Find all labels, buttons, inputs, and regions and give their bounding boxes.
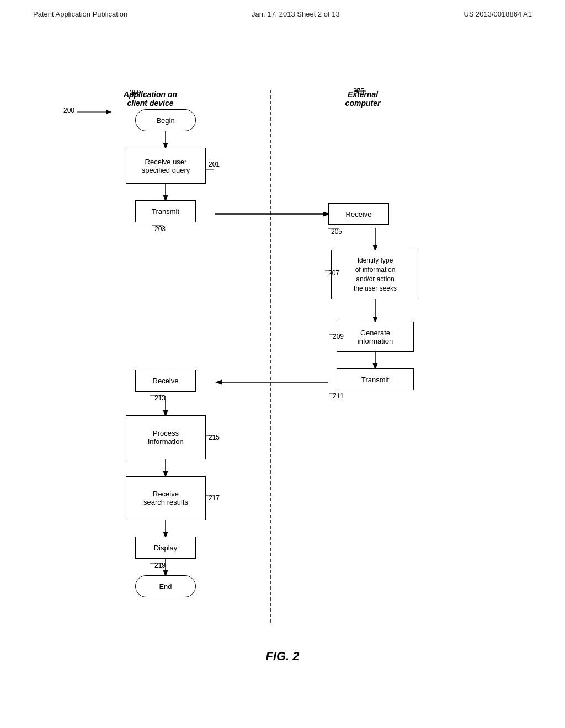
label-250-arrow — [127, 87, 149, 98]
receive-213-label: Receive — [153, 377, 179, 385]
label-209-line — [329, 331, 338, 338]
label-207-line — [325, 267, 333, 274]
label-219-line — [150, 560, 166, 566]
label-211-line — [329, 390, 338, 397]
page-header: Patent Application Publication Jan. 17, … — [0, 0, 565, 24]
label-275-arrow — [349, 85, 371, 97]
node-receive-205: Receive — [328, 203, 389, 225]
header-left: Patent Application Publication — [33, 10, 127, 18]
node-217: Receivesearch results — [126, 476, 206, 520]
node-207-label: Identify typeof informationand/or action… — [354, 256, 397, 293]
end-node: End — [135, 575, 196, 597]
node-transmit-203: Transmit — [135, 200, 196, 222]
node-display-219: Display — [135, 537, 196, 559]
label-205-line — [328, 225, 342, 232]
label-215-line — [205, 432, 216, 438]
node-207: Identify typeof informationand/or action… — [331, 250, 419, 299]
node-209-label: Generateinformation — [358, 329, 393, 345]
label-213-line — [150, 392, 166, 399]
node-receive-213: Receive — [135, 370, 196, 392]
fig-caption: FIG. 2 — [265, 649, 299, 663]
node-201-label: Receive userspecified query — [142, 158, 190, 174]
label-203-line — [149, 222, 166, 229]
header-middle: Jan. 17, 2013 Sheet 2 of 13 — [252, 10, 340, 18]
begin-label: Begin — [156, 116, 174, 125]
node-215: Processinformation — [126, 415, 206, 459]
node-transmit-211: Transmit — [337, 368, 414, 390]
flowchart-arrows — [0, 29, 565, 680]
transmit-211-label: Transmit — [361, 376, 389, 384]
begin-node: Begin — [135, 109, 196, 131]
title-client-device: Application onclient device — [102, 90, 199, 108]
display-219-label: Display — [154, 544, 178, 552]
transmit-203-label: Transmit — [152, 207, 179, 216]
label-201-arrow — [205, 166, 216, 173]
header-right: US 2013/0018864 A1 — [463, 10, 532, 18]
node-209: Generateinformation — [337, 322, 414, 352]
node-215-label: Processinformation — [148, 429, 183, 446]
label-217-line — [205, 493, 216, 499]
receive-205-label: Receive — [346, 210, 372, 218]
diagram-area: 200 Application onclient device 250 Exte… — [0, 29, 565, 680]
node-201: Receive userspecified query — [126, 148, 206, 184]
node-217-label: Receivesearch results — [143, 490, 188, 506]
end-label: End — [159, 582, 172, 591]
